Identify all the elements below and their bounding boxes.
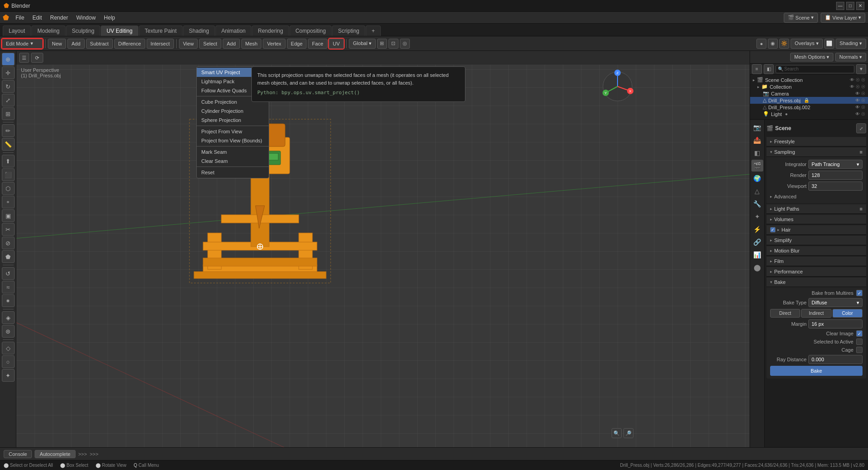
scene-selector[interactable]: 🎬 Scene ▾	[784, 13, 818, 23]
cage-checkbox[interactable]	[856, 347, 863, 353]
close-button[interactable]: ✕	[856, 2, 864, 10]
tool-knife[interactable]: ✂	[2, 223, 15, 236]
props-icon-constraints[interactable]: 🔗	[751, 236, 763, 248]
tab-sculpting[interactable]: Sculpting	[66, 25, 100, 36]
props-icon-render[interactable]: 📷	[751, 121, 763, 133]
menu-view[interactable]: View	[179, 39, 198, 49]
tool-offset-edge-slide[interactable]: ▣	[2, 209, 15, 222]
tab-animation[interactable]: Animation	[215, 25, 251, 36]
props-icon-physics[interactable]: ⚡	[751, 223, 763, 235]
tool-edge-slide[interactable]: ◈	[2, 311, 15, 324]
tab-texture-paint[interactable]: Texture Paint	[139, 25, 183, 36]
tab-uv-editing[interactable]: UV Editing	[101, 25, 138, 36]
menu-file[interactable]: File	[12, 14, 28, 22]
performance-header[interactable]: ▸ Performance	[766, 267, 866, 277]
tool-loop-cut[interactable]: ⚬	[2, 196, 15, 208]
uv-menu-reset[interactable]: Reset	[197, 168, 269, 177]
transform-mode-btn[interactable]: ⊞	[377, 39, 387, 49]
uv-menu-mark-seam[interactable]: Mark Seam	[197, 147, 269, 157]
tab-scripting[interactable]: Scripting	[332, 25, 365, 36]
bake-multires-checkbox[interactable]: ✓	[856, 290, 863, 296]
tool-inset[interactable]: ⬛	[2, 168, 15, 181]
menu-uv[interactable]: UV	[329, 39, 344, 49]
outliner-drill-press-002[interactable]: △ Drill_Press.obj.002 👁 ☉	[750, 104, 868, 111]
margin-value[interactable]: 16 px	[808, 319, 863, 328]
op-intersect[interactable]: Intersect	[147, 39, 174, 49]
outliner-view-layer[interactable]: ◧	[764, 64, 774, 74]
minimize-button[interactable]: —	[836, 2, 844, 10]
tool-poly-build[interactable]: ⬟	[2, 250, 15, 263]
menu-vertex[interactable]: Vertex	[263, 39, 285, 49]
mesh-options-button[interactable]: Mesh Options ▾	[790, 53, 833, 61]
hair-checkbox[interactable]: ✓	[770, 227, 776, 232]
outliner-filter[interactable]: ≡	[752, 64, 762, 74]
viewport-shading-rendered[interactable]: 🔆	[779, 39, 789, 49]
menu-edit[interactable]: Edit	[29, 14, 46, 22]
outliner-filter-options[interactable]: ▼	[856, 64, 866, 74]
tool-smooth[interactable]: ≈	[2, 281, 15, 293]
clear-image-checkbox[interactable]: ✓	[856, 330, 863, 337]
op-subtract[interactable]: Subtract	[86, 39, 113, 49]
tab-layout[interactable]: Layout	[3, 25, 31, 36]
vp-menu-toggle[interactable]: ☰	[19, 53, 29, 63]
motion-blur-header[interactable]: ▸ Motion Blur	[766, 246, 866, 256]
normals-button[interactable]: Normals ▾	[835, 53, 866, 61]
snap-btn[interactable]: ⊡	[388, 39, 398, 49]
tool-spin[interactable]: ↺	[2, 267, 15, 280]
props-icon-data[interactable]: 📊	[751, 249, 763, 261]
scene-props-expand[interactable]: ⤢	[856, 123, 866, 133]
tool-scale[interactable]: ⤢	[2, 94, 15, 106]
film-header[interactable]: ▸ Film	[766, 257, 866, 266]
outliner-collection[interactable]: ▸ 📁 Collection 👁 ☉ ☉	[750, 83, 868, 90]
tool-shear[interactable]: ◇	[2, 342, 15, 354]
outliner-search[interactable]: 🔍 Search	[776, 65, 854, 73]
volumes-header[interactable]: ▸ Volumes	[766, 215, 866, 224]
selected-to-active-checkbox[interactable]	[856, 339, 863, 345]
viewport-shading-solid[interactable]: ●	[756, 39, 766, 49]
sampling-header[interactable]: ▾ Sampling ≡	[766, 147, 866, 157]
tab-shading[interactable]: Shading	[183, 25, 215, 36]
bake-type-dropdown[interactable]: Diffuse ▾	[808, 298, 863, 307]
simplify-header[interactable]: ▸ Simplify	[766, 236, 866, 245]
tool-move[interactable]: ✛	[2, 66, 15, 79]
tool-cursor[interactable]: ⊕	[2, 53, 15, 66]
advanced-subsection[interactable]: ▸ Advanced	[770, 192, 863, 201]
viewport-samples-value[interactable]: 32	[808, 182, 863, 191]
mode-selector[interactable]: Edit Mode ▾	[2, 39, 43, 49]
proportional-btn[interactable]: ◎	[400, 39, 410, 49]
outliner-drill-press[interactable]: △ Drill_Press.obj 🔒 👁 ☉	[750, 97, 868, 104]
viewport-gizmo[interactable]: Z X Y	[599, 68, 636, 105]
uv-menu-project-from-view[interactable]: Project From View	[197, 127, 269, 136]
hair-header[interactable]: ✓ ▸ Hair	[766, 225, 866, 235]
tab-compositing[interactable]: Compositing	[290, 25, 332, 36]
props-icon-output[interactable]: 📤	[751, 134, 763, 146]
vp-nav-zoom-out[interactable]: 🔎	[623, 428, 633, 438]
menu-mesh[interactable]: Mesh	[241, 39, 262, 49]
menu-select[interactable]: Select	[199, 39, 221, 49]
light-paths-header[interactable]: ▸ Light Paths ≡	[766, 204, 866, 214]
vp-perspective-toggle[interactable]: ⟳	[31, 53, 43, 63]
bake-color-btn[interactable]: Color	[832, 309, 863, 318]
tab-add[interactable]: +	[366, 25, 381, 36]
menu-face[interactable]: Face	[308, 39, 327, 49]
op-add[interactable]: Add	[67, 39, 85, 49]
freestyle-header[interactable]: ▸ Freestyle	[766, 137, 866, 147]
view-layer-selector[interactable]: 📋 View Layer ▾	[821, 13, 865, 23]
tool-transform[interactable]: ⊞	[2, 107, 15, 120]
shading-menu[interactable]: Shading ▾	[836, 39, 866, 49]
vp-nav-zoom-in[interactable]: 🔍	[612, 428, 622, 438]
props-icon-view-layer[interactable]: ◧	[751, 147, 763, 159]
tool-measure[interactable]: 📏	[2, 138, 15, 151]
op-difference[interactable]: Difference	[114, 39, 145, 49]
bake-direct-btn[interactable]: Direct	[770, 309, 800, 318]
tool-bisect[interactable]: ⊘	[2, 237, 15, 249]
tool-randomize[interactable]: ⁕	[2, 294, 15, 307]
console-tab[interactable]: Console	[4, 450, 32, 458]
maximize-button[interactable]: □	[846, 2, 854, 10]
menu-window[interactable]: Window	[72, 14, 99, 22]
sampling-list-icon[interactable]: ≡	[860, 149, 863, 155]
menu-help[interactable]: Help	[100, 14, 119, 22]
outliner-scene-collection[interactable]: ▸ 🎬 Scene Collection 👁 ☉ ☉	[750, 76, 868, 83]
tool-rotate[interactable]: ↻	[2, 80, 15, 93]
overlays-menu[interactable]: Overlays ▾	[791, 39, 822, 49]
